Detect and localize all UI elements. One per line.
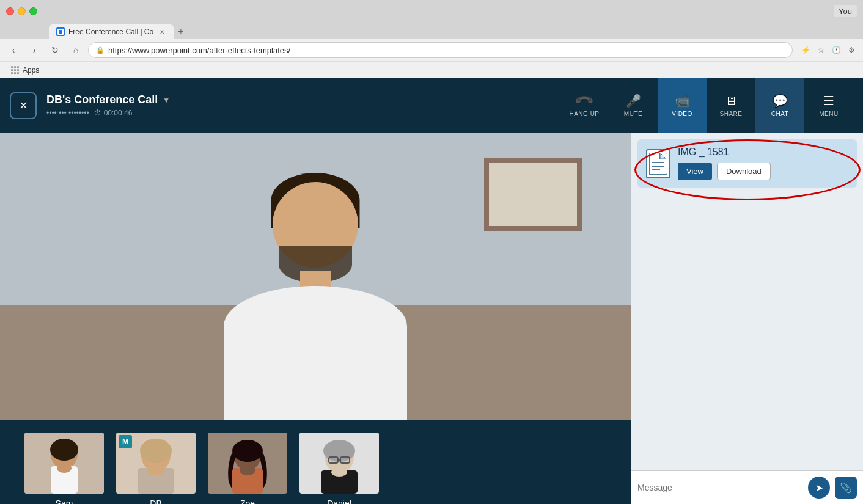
download-file-button[interactable]: Download xyxy=(717,163,771,180)
participant-zoe: Zoe xyxy=(208,433,287,504)
chat-icon: 💬 xyxy=(773,93,788,108)
svg-point-7 xyxy=(140,439,172,463)
hang-up-icon: 📞 xyxy=(574,90,595,112)
participant-sam-name: Sam xyxy=(56,499,73,504)
participant-db: M DB xyxy=(116,433,196,504)
new-tab-button[interactable]: + xyxy=(174,24,188,39)
svg-point-9 xyxy=(147,466,164,475)
participants-strip: Sam M DB xyxy=(0,420,631,504)
settings-button[interactable]: ⚙ xyxy=(845,43,858,57)
share-icon: 🖥 xyxy=(725,94,737,108)
menu-label: MENU xyxy=(819,111,838,117)
main-video xyxy=(0,133,631,420)
apps-grid-icon xyxy=(11,66,19,74)
send-message-button[interactable]: ➤ xyxy=(808,477,830,499)
video-label: VIDEO xyxy=(672,111,692,117)
svg-rect-23 xyxy=(649,153,667,175)
conference-call-app: ✕ DB's Conference Call ▼ •••• ••• ••••••… xyxy=(0,78,863,504)
mute-label: MUTE xyxy=(624,111,642,117)
chat-panel: IMG _ 1581 View Download ➤ 📎 xyxy=(631,133,863,504)
menu-icon: ☰ xyxy=(823,93,834,108)
tab-title: Free Conference Call | Con xyxy=(68,27,154,36)
video-area: Sam M DB xyxy=(0,133,631,504)
call-dropdown-button[interactable]: ▼ xyxy=(163,96,170,104)
participant-sam: Sam xyxy=(24,433,104,504)
tab-favicon xyxy=(56,27,65,36)
app-close-button[interactable]: ✕ xyxy=(10,92,37,119)
back-button[interactable]: ‹ xyxy=(5,42,22,59)
attach-icon: 📎 xyxy=(840,482,852,494)
file-name: IMG _ 1581 xyxy=(678,147,848,158)
address-bar: ‹ › ↻ ⌂ 🔒 https://www.powerpoint.com/aft… xyxy=(0,39,863,61)
call-phone: •••• ••• •••••••• xyxy=(46,109,89,117)
active-tab[interactable]: Free Conference Call | Con ✕ xyxy=(49,24,174,39)
favicon-inner xyxy=(57,29,64,35)
speaker-body xyxy=(224,286,407,420)
url-text: https://www.powerpoint.com/after-effects… xyxy=(108,46,290,55)
video-icon: 📹 xyxy=(675,93,690,108)
participant-db-name: DB xyxy=(150,499,161,504)
chat-button[interactable]: 💬 CHAT xyxy=(755,78,804,133)
pdf-icon-svg xyxy=(649,153,667,175)
participant-sam-avatar[interactable] xyxy=(24,433,104,494)
close-window-button[interactable] xyxy=(6,7,14,15)
apps-label: Apps xyxy=(23,66,39,75)
share-label: SHARE xyxy=(720,111,743,117)
share-button[interactable]: 🖥 SHARE xyxy=(707,78,755,133)
participant-db-avatar[interactable]: M xyxy=(116,433,196,494)
timer-icon: ⏱ xyxy=(94,109,101,117)
browser-titlebar: You xyxy=(0,0,863,22)
call-subtitle: •••• ••• •••••••• ⏱ 00:00:46 xyxy=(46,109,560,117)
chat-messages: IMG _ 1581 View Download xyxy=(631,133,863,470)
reload-button[interactable]: ↻ xyxy=(46,42,64,59)
maximize-window-button[interactable] xyxy=(29,7,37,15)
file-info: IMG _ 1581 View Download xyxy=(678,147,848,180)
extensions-button[interactable]: ⚡ xyxy=(799,43,812,57)
timer-value: 00:00:46 xyxy=(104,109,133,117)
url-bar[interactable]: 🔒 https://www.powerpoint.com/after-effec… xyxy=(88,42,793,58)
history-button[interactable]: 🕐 xyxy=(829,43,843,57)
chat-label: CHAT xyxy=(771,111,788,117)
participant-daniel-avatar[interactable] xyxy=(299,433,379,494)
chat-message-input[interactable] xyxy=(637,483,803,492)
home-button[interactable]: ⌂ xyxy=(67,42,84,59)
db-indicator: M xyxy=(119,435,132,448)
call-timer: ⏱ 00:00:46 xyxy=(94,109,133,117)
app-header: ✕ DB's Conference Call ▼ •••• ••• ••••••… xyxy=(0,78,863,133)
minimize-window-button[interactable] xyxy=(18,7,26,15)
video-button[interactable]: 📹 VIDEO xyxy=(658,78,707,133)
svg-point-12 xyxy=(232,440,263,462)
call-title-row: DB's Conference Call ▼ xyxy=(46,93,560,106)
bookmark-button[interactable]: ☆ xyxy=(814,43,828,57)
svg-point-4 xyxy=(57,463,72,473)
chat-input-area: ➤ 📎 xyxy=(631,470,863,504)
app-content: Sam M DB xyxy=(0,133,863,504)
you-badge: You xyxy=(834,5,857,17)
traffic-lights xyxy=(6,7,37,15)
call-controls: 📞 HANG UP 🎤 MUTE 📹 VIDEO 🖥 SHARE 💬 CHAT … xyxy=(560,78,853,133)
daniel-avatar-svg xyxy=(299,433,379,494)
lock-icon: 🔒 xyxy=(96,46,105,54)
tab-bar: Free Conference Call | Con ✕ + xyxy=(0,22,863,39)
forward-button[interactable]: › xyxy=(26,42,43,59)
sam-avatar-svg xyxy=(24,433,104,494)
tab-close-button[interactable]: ✕ xyxy=(158,27,166,36)
participant-daniel-name: Daniel xyxy=(327,499,351,504)
participant-zoe-name: Zoe xyxy=(240,499,255,504)
participant-daniel: Daniel xyxy=(299,433,379,504)
chat-file-message: IMG _ 1581 View Download xyxy=(637,139,857,188)
call-title-text: DB's Conference Call xyxy=(46,93,158,106)
hang-up-button[interactable]: 📞 HANG UP xyxy=(560,78,609,133)
mute-button[interactable]: 🎤 MUTE xyxy=(609,78,658,133)
attach-file-button[interactable]: 📎 xyxy=(835,477,857,499)
menu-button[interactable]: ☰ MENU xyxy=(804,78,853,133)
apps-bookmark[interactable]: Apps xyxy=(7,65,43,76)
svg-point-22 xyxy=(331,468,347,477)
send-icon: ➤ xyxy=(815,482,823,494)
bookmarks-bar: Apps xyxy=(0,61,863,78)
mute-icon: 🎤 xyxy=(626,93,641,108)
participant-zoe-avatar[interactable] xyxy=(208,433,287,494)
view-file-button[interactable]: View xyxy=(678,163,712,180)
zoe-avatar-svg xyxy=(208,433,287,494)
svg-point-14 xyxy=(240,466,255,475)
